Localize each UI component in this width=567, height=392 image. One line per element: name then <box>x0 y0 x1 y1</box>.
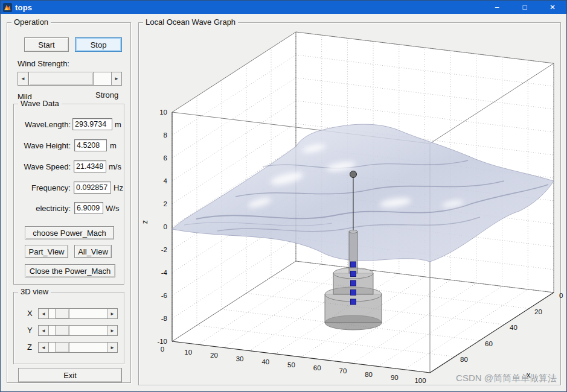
slider-arrow-left-icon[interactable]: ◄ <box>39 326 49 335</box>
app-icon <box>3 3 12 12</box>
z-tick-label: 0 <box>164 223 167 230</box>
wave-height-label: Wave Height: <box>15 141 71 150</box>
maximize-button[interactable]: □ <box>511 1 539 14</box>
close-button[interactable]: ✕ <box>539 1 566 14</box>
x-tick-label: 80 <box>365 371 373 378</box>
slider-track[interactable] <box>69 309 107 318</box>
window-title: tops <box>15 3 32 12</box>
y-tick-label: 60 <box>485 340 493 347</box>
y-tick-label: 20 <box>534 308 542 315</box>
z-tick-label: -8 <box>161 315 167 322</box>
slider-track[interactable] <box>49 343 55 352</box>
z-tick-label: -10 <box>157 338 167 345</box>
wave-speed-unit-label: m/s <box>109 162 121 171</box>
stop-button[interactable]: Stop <box>75 37 122 52</box>
slider-track[interactable] <box>49 309 55 318</box>
float-cube <box>351 299 356 305</box>
watermark: CSDN @简简单单做算法 <box>456 373 557 384</box>
float-cube <box>351 280 356 286</box>
slider-arrow-right-icon[interactable]: ► <box>107 343 117 352</box>
x-tick-label: 100 <box>414 377 426 384</box>
slider-arrow-left-icon[interactable]: ◄ <box>39 309 49 318</box>
y-tick-label: 40 <box>510 324 517 331</box>
x-tick-label: 40 <box>261 358 269 365</box>
slider-arrow-right-icon[interactable]: ► <box>107 326 117 335</box>
x-tick-label: 10 <box>184 349 192 356</box>
titlebar[interactable]: tops – □ ✕ <box>1 1 566 14</box>
z-tick-label: 10 <box>159 109 167 116</box>
z-axis-label: z <box>141 220 149 224</box>
x-view-label: X <box>27 309 33 318</box>
slider-arrow-left-icon[interactable]: ◄ <box>39 343 49 352</box>
wavelength-input[interactable] <box>72 118 112 130</box>
buoy-ball <box>350 171 357 178</box>
plot-group: Local Ocean Wave Graph 1086420-2-4-6-8-1… <box>138 22 561 385</box>
slider-track[interactable] <box>49 326 55 335</box>
mast-column-top <box>349 230 357 233</box>
view3d-group: 3D view X ◄ ► Y ◄ ► Z ◄ <box>13 292 124 364</box>
app-window: tops – □ ✕ Operation Start Stop Wind Str… <box>0 0 567 392</box>
z-tick-label: 8 <box>164 131 167 139</box>
x-tick-label: 0 <box>161 346 164 353</box>
slider-track[interactable] <box>69 343 107 352</box>
y-tick-label: 80 <box>460 356 468 363</box>
wind-strength-slider[interactable]: ◄ ► <box>18 72 122 86</box>
z-tick-label: 4 <box>164 177 168 185</box>
slider-track[interactable] <box>69 326 107 335</box>
frequency-input[interactable] <box>74 182 111 194</box>
slider-thumb[interactable] <box>55 326 69 335</box>
z-tick-label: 6 <box>164 154 167 162</box>
wave-data-group-label: Wave Data <box>18 99 62 109</box>
all-view-button[interactable]: All_View <box>74 245 112 258</box>
operation-group: Operation Start Stop Wind Strength: ◄ ► … <box>7 22 131 383</box>
wave-height-input[interactable] <box>74 139 107 151</box>
wind-slider-thumb[interactable] <box>28 72 94 85</box>
frequency-label: Frequency: <box>15 183 71 192</box>
choose-power-mach-button[interactable]: choose Power_Mach <box>25 226 114 239</box>
z-tick-label: 2 <box>164 200 167 207</box>
close-power-mach-button[interactable]: Close the Power_Mach <box>25 264 115 277</box>
x-tick-label: 30 <box>236 355 244 362</box>
view3d-group-label: 3D view <box>18 287 51 297</box>
z-view-slider[interactable]: ◄ ► <box>38 342 118 353</box>
frequency-unit-label: Hz <box>114 183 123 192</box>
slider-arrow-right-icon[interactable]: ► <box>111 72 121 85</box>
x-tick-label: 90 <box>391 374 399 381</box>
slider-arrow-left-icon[interactable]: ◄ <box>18 72 28 85</box>
wave-data-group: Wave Data WaveLength: m Wave Height: m W… <box>13 104 124 285</box>
minimize-button[interactable]: – <box>483 1 511 14</box>
slider-thumb[interactable] <box>55 309 69 318</box>
electricity-input[interactable] <box>74 202 103 214</box>
float-cube <box>351 290 356 296</box>
part-view-button[interactable]: Part_View <box>25 245 68 258</box>
z-view-label: Z <box>27 343 32 352</box>
y-view-slider[interactable]: ◄ ► <box>38 325 118 336</box>
slider-arrow-right-icon[interactable]: ► <box>107 309 117 318</box>
wind-strength-label: Wind Strength: <box>18 59 69 68</box>
x-view-slider[interactable]: ◄ ► <box>38 308 118 319</box>
wind-slider-track[interactable] <box>94 72 111 85</box>
operation-group-label: Operation <box>11 17 51 27</box>
exit-button[interactable]: Exit <box>18 368 122 382</box>
wave-height-unit-label: m <box>110 141 117 150</box>
wavelength-unit-label: m <box>115 120 121 129</box>
z-tick-label: -4 <box>161 269 168 276</box>
x-tick-label: 60 <box>313 364 321 371</box>
float-cube <box>351 271 356 277</box>
wave-speed-input[interactable] <box>74 160 106 172</box>
ocean-wave-plot: 1086420-2-4-6-8-100102030405060708090100… <box>139 23 560 385</box>
electricity-label: electricity: <box>15 204 71 213</box>
x-tick-label: 70 <box>339 367 347 375</box>
wavelength-label: WaveLength: <box>15 120 71 129</box>
float-cube <box>351 262 356 267</box>
x-tick-label: 50 <box>287 361 295 368</box>
x-tick-label: 20 <box>210 352 218 359</box>
slider-thumb[interactable] <box>55 343 69 352</box>
strong-label: Strong <box>95 90 118 100</box>
wave-speed-label: Wave Speed: <box>15 162 71 171</box>
start-button[interactable]: Start <box>24 37 69 52</box>
electricity-unit-label: W/s <box>106 204 119 213</box>
z-tick-label: -2 <box>161 246 167 253</box>
window-controls: – □ ✕ <box>483 1 566 14</box>
y-view-label: Y <box>27 326 33 335</box>
